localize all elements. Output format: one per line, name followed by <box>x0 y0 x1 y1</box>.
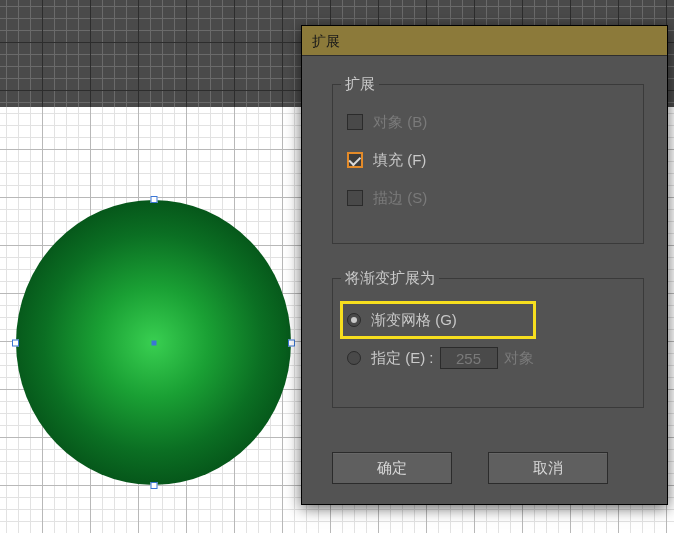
gradient-mesh-row[interactable]: 渐变网格 (G) <box>347 301 629 339</box>
gradient-specify-input[interactable]: 255 <box>440 347 498 369</box>
expand-object-row: 对象 (B) <box>347 103 629 141</box>
gradient-specify-label: 指定 (E) : <box>371 349 434 368</box>
gradient-mesh-label: 渐变网格 (G) <box>371 311 457 330</box>
expand-stroke-label: 描边 (S) <box>373 189 427 208</box>
gradient-mesh-radio[interactable] <box>347 313 361 327</box>
cancel-button[interactable]: 取消 <box>488 452 608 484</box>
dialog-button-row: 确定 取消 <box>332 452 608 484</box>
gradient-group-label: 将渐变扩展为 <box>341 269 439 288</box>
dialog-title[interactable]: 扩展 <box>302 26 667 56</box>
expand-fill-checkbox[interactable] <box>347 152 363 168</box>
expand-stroke-row: 描边 (S) <box>347 179 629 217</box>
expand-object-label: 对象 (B) <box>373 113 427 132</box>
ok-button[interactable]: 确定 <box>332 452 452 484</box>
gradient-group: 将渐变扩展为 渐变网格 (G) 指定 (E) : 255 对象 <box>332 278 644 408</box>
gradient-specify-row[interactable]: 指定 (E) : 255 对象 <box>347 339 629 377</box>
expand-fill-label: 填充 (F) <box>373 151 426 170</box>
expand-object-checkbox <box>347 114 363 130</box>
gradient-specify-radio[interactable] <box>347 351 361 365</box>
expand-stroke-checkbox <box>347 190 363 206</box>
selected-ellipse[interactable] <box>16 200 291 485</box>
selection-handle-left[interactable] <box>12 339 19 346</box>
selection-handle-bottom[interactable] <box>150 482 157 489</box>
expand-group: 扩展 对象 (B) 填充 (F) 描边 (S) <box>332 84 644 244</box>
expand-fill-row[interactable]: 填充 (F) <box>347 141 629 179</box>
selection-handle-top[interactable] <box>150 196 157 203</box>
gradient-specify-suffix: 对象 <box>504 349 534 368</box>
selection-handle-right[interactable] <box>288 339 295 346</box>
expand-group-label: 扩展 <box>341 75 379 94</box>
selection-handle-center[interactable] <box>151 340 156 345</box>
expand-dialog: 扩展 扩展 对象 (B) 填充 (F) 描边 (S) 将渐变扩展为 渐变网格 (… <box>301 25 668 505</box>
